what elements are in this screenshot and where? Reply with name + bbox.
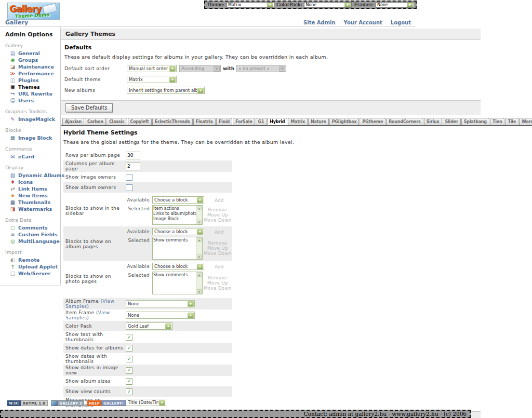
tab-eclecticthreads[interactable]: EclecticThreads	[152, 118, 193, 125]
listbox-scrollbar[interactable]: ▲▼	[196, 272, 202, 294]
default-sort-order-select[interactable]: Manual sort order	[127, 65, 177, 72]
show-dates-for-albums-checkbox[interactable]	[126, 345, 132, 352]
sidebar-item-thumbnails[interactable]: ▦Thumbnails	[5, 199, 58, 206]
tab-ajaxian[interactable]: Ajaxian	[62, 118, 84, 125]
link-site-admin[interactable]: Site Admin	[303, 20, 336, 25]
scroll-up-icon[interactable]: ▲	[197, 272, 202, 277]
mouseover-on-thumbnails-select[interactable]: Title (Date/Time)	[126, 399, 166, 406]
move-down-action[interactable]: Move Down	[203, 251, 233, 256]
sidebar-item-maintenance[interactable]: ◪Maintenance	[5, 63, 58, 70]
link-logout[interactable]: Logout	[391, 20, 411, 25]
w3c-xhtml-badge[interactable]: W3C XHTML 1.0	[7, 400, 48, 406]
sidebar-item-icons[interactable]: ♦Icons	[5, 179, 58, 185]
sidebar-item-users[interactable]: ☺Users	[5, 97, 58, 104]
show-album-sizes-checkbox[interactable]	[126, 378, 132, 385]
tab-tile[interactable]: Tile	[505, 118, 518, 125]
blocks-to-show-in-the-sidebar-selected-listbox[interactable]: Item actionsLinks to album/photo peersIm…	[152, 205, 203, 225]
show-text-with-thumbnails-checkbox[interactable]	[126, 334, 132, 341]
move-up-action[interactable]: Move Up	[203, 212, 233, 218]
sidebar-item-ecard[interactable]: ✉eCard	[5, 153, 58, 160]
blocks-to-show-in-the-sidebar-available-select[interactable]: Choose a block	[152, 196, 204, 204]
sidebar-item-new-items[interactable]: ★New Items	[5, 192, 58, 199]
rows-per-album-page-input[interactable]	[126, 152, 140, 159]
listbox-scrollbar[interactable]: ▲▼	[196, 206, 202, 224]
show-dates-in-image-view-checkbox[interactable]	[126, 367, 132, 374]
album-frame-select[interactable]: None	[126, 300, 195, 307]
show-view-counts-checkbox[interactable]	[126, 388, 132, 395]
save-defaults-button[interactable]: Save Defaults	[65, 103, 113, 112]
frames-select[interactable]: None	[376, 2, 414, 8]
list-item[interactable]: Item actions	[153, 206, 195, 211]
tab-tien[interactable]: Tien	[490, 118, 505, 125]
sidebar-item-comments[interactable]: ○Comments	[5, 224, 58, 231]
remove-action[interactable]: Remove	[203, 240, 233, 246]
add-action[interactable]: Add	[204, 263, 234, 269]
new-albums-select[interactable]: Inherit settings from parent album	[127, 87, 205, 94]
sidebar-item-web-server[interactable]: □Web/Server	[5, 270, 58, 277]
tab-classic[interactable]: Classic	[107, 118, 127, 125]
scroll-down-icon[interactable]: ▼	[197, 220, 202, 224]
move-down-action[interactable]: Move Down	[203, 286, 233, 291]
sidebar-item-watermarks[interactable]: ◨Watermarks	[5, 206, 58, 212]
add-action[interactable]: Add	[204, 197, 234, 203]
sidebar-item-plugins[interactable]: ◫Plugins	[5, 77, 58, 84]
sidebar-item-general[interactable]: ▤General	[5, 50, 58, 57]
tab-hybrid[interactable]: Hybrid	[267, 118, 287, 126]
list-item[interactable]: Image Block	[153, 217, 195, 222]
gallery-logo[interactable]: Gallery Theme Demo	[7, 3, 60, 20]
tab-fluid[interactable]: Fluid	[216, 118, 232, 125]
sidebar-item-custom-fields[interactable]: ≡Custom Fields	[5, 231, 58, 238]
tab-splatbang[interactable]: Splatbang	[461, 118, 489, 125]
breadcrumb[interactable]: Gallery	[5, 19, 28, 26]
tab-carbon[interactable]: Carbon	[85, 118, 106, 125]
sidebar-item-themes[interactable]: ▣Themes	[5, 84, 58, 90]
help-gallery-badge[interactable]: HELP GALLERY!	[87, 400, 126, 406]
view-samples-link[interactable]: (View Samples)	[65, 310, 110, 320]
blocks-to-show-on-album-pages-selected-listbox[interactable]: Show comments▲▼	[152, 237, 203, 260]
default-theme-select[interactable]: Matrix	[127, 76, 177, 83]
sidebar-item-performance[interactable]: ≫Performance	[5, 70, 58, 77]
sidebar-item-dynamic-albums[interactable]: ▧Dynamic Albums	[5, 172, 58, 179]
blocks-to-show-on-photo-pages-available-select[interactable]: Choose a block	[152, 263, 204, 270]
tab-copyleft[interactable]: Copyleft	[128, 118, 152, 125]
tab-nature[interactable]: Nature	[308, 118, 329, 125]
tab-forsale[interactable]: ForSale	[233, 118, 255, 125]
scroll-up-icon[interactable]: ▲	[197, 206, 202, 210]
blocks-to-show-on-album-pages-available-select[interactable]: Choose a block	[152, 228, 204, 235]
sidebar-item-image-block[interactable]: ▦Image Block	[5, 134, 58, 141]
tab-floatrix[interactable]: Floatrix	[193, 118, 216, 125]
show-image-owners-checkbox[interactable]	[126, 174, 132, 181]
colorpack-select[interactable]: None	[304, 2, 352, 8]
blocks-to-show-on-photo-pages-selected-listbox[interactable]: Show comments▲▼	[152, 272, 203, 294]
scroll-up-icon[interactable]: ▲	[197, 237, 202, 242]
move-down-action[interactable]: Move Down	[203, 218, 233, 223]
tab-roundcorners[interactable]: RoundCorners	[386, 118, 423, 125]
list-item[interactable]: Links to album/photo peers	[153, 211, 195, 217]
tab-pglightbox[interactable]: PGlightbox	[329, 118, 360, 125]
color-pack-select[interactable]: Gold Leaf	[126, 322, 172, 330]
sidebar-item-remote[interactable]: ◐Remote	[5, 257, 58, 263]
sidebar-item-multilanguage[interactable]: ◎MultiLanguage	[5, 238, 58, 245]
tab-pgtheme[interactable]: PGtheme	[360, 118, 385, 125]
list-item[interactable]: Show comments	[153, 273, 195, 278]
move-up-action[interactable]: Move Up	[203, 280, 233, 286]
remove-action[interactable]: Remove	[203, 275, 233, 280]
tab-g1[interactable]: G1	[256, 118, 267, 125]
columns-per-album-page-input[interactable]	[126, 163, 140, 170]
sidebar-item-groups[interactable]: ◉Groups	[5, 57, 58, 63]
listbox-scrollbar[interactable]: ▲▼	[196, 237, 202, 259]
tab-wordpressembedded[interactable]: WordpressEmbedded	[519, 118, 532, 125]
sidebar-item-upload-applet[interactable]: ⇑Upload Applet	[5, 263, 58, 270]
view-samples-link[interactable]: (View Samples)	[65, 299, 114, 309]
move-up-action[interactable]: Move Up	[203, 246, 233, 251]
list-item[interactable]: Show comments	[153, 238, 195, 243]
scroll-down-icon[interactable]: ▼	[197, 289, 202, 294]
gallery2-badge[interactable]: GALLERY 2	[51, 400, 85, 406]
add-action[interactable]: Add	[204, 228, 234, 235]
tab-siriux[interactable]: Siriux	[424, 118, 442, 125]
scroll-down-icon[interactable]: ▼	[197, 254, 202, 259]
sidebar-item-url-rewrite[interactable]: ↪URL Rewrite	[5, 90, 58, 97]
tab-slider[interactable]: Slider	[443, 118, 461, 125]
item-frame-select[interactable]: None	[126, 312, 195, 319]
show-album-owners-checkbox[interactable]	[126, 184, 132, 191]
